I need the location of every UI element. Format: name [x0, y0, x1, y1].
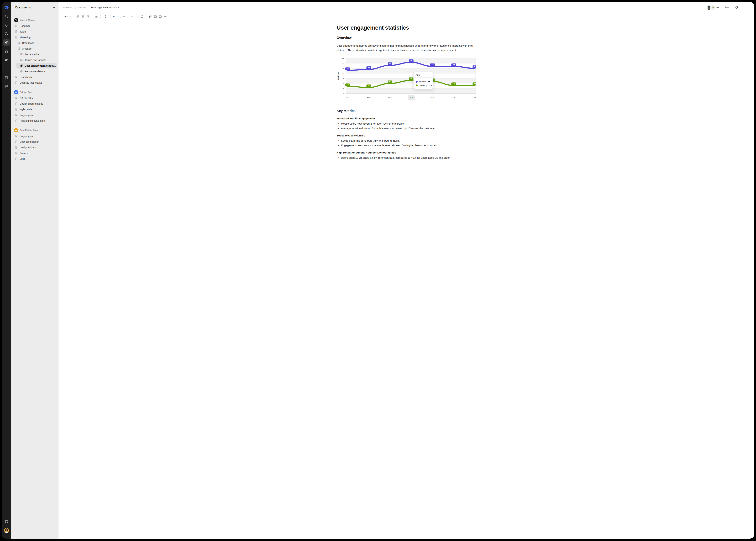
text-style-dropdown[interactable]: Text — [63, 15, 72, 18]
sidebar-item-label: Recommendations — [25, 70, 45, 73]
strikethrough-button[interactable]: S — [123, 15, 126, 18]
align-center-button[interactable] — [81, 15, 85, 19]
toolbar-separator — [110, 15, 111, 18]
document-icon — [18, 47, 20, 50]
rail-contacts[interactable] — [3, 57, 10, 63]
document-icon — [15, 119, 18, 122]
sidebar-item-recommendations[interactable]: Recommendations — [11, 69, 59, 74]
sidebar-item-project-plan[interactable]: Project plan — [11, 133, 59, 139]
sidebar-item-team[interactable]: Team — [11, 29, 59, 34]
sidebar-item-label: Project plan — [20, 135, 33, 138]
sidebar-item-design-specifications[interactable]: Design specifications — [11, 101, 59, 107]
breadcrumb-item-analitics[interactable]: Analitics — [78, 6, 86, 9]
toolbar-separator — [92, 15, 92, 18]
code-block-button[interactable] — [140, 15, 144, 19]
sidebar-item-label: Launch plan — [20, 76, 33, 79]
sidebar-item-trends-and-insights[interactable]: Trends and insights — [11, 57, 59, 63]
rail-documents-active[interactable] — [3, 39, 10, 46]
sidebar-item-label: Brandbook — [22, 42, 34, 44]
image-icon — [159, 15, 162, 18]
quote-button[interactable] — [129, 15, 134, 19]
link-button[interactable] — [148, 15, 153, 19]
sidebar-section-math-magic[interactable]: Math & Magic — [11, 17, 59, 23]
sidebar-item-label: Project plan — [20, 114, 33, 117]
icon-rail — [2, 2, 11, 193]
document-icon — [20, 53, 23, 56]
divider-button[interactable] — [163, 15, 168, 19]
toolbar-group — [129, 15, 144, 19]
document-filled-icon — [20, 64, 23, 67]
sidebar-item-user-specification[interactable]: User specification — [11, 139, 59, 145]
sidebar-item-social-media[interactable]: Social media — [11, 51, 59, 57]
check-list-button[interactable] — [104, 15, 109, 19]
italic-icon: I — [117, 15, 118, 18]
sidebar-item-launch-plan[interactable]: Launch plan — [11, 74, 59, 80]
code-button[interactable] — [134, 15, 139, 19]
breadcrumb-item-user-engagement-statistics[interactable]: User engagement statistics — [91, 6, 119, 9]
text-style-label: Text — [64, 15, 68, 18]
bullet-list-button[interactable] — [94, 15, 99, 19]
align-left-button[interactable] — [76, 15, 80, 19]
contacts-icon — [4, 58, 9, 62]
sidebar-item-usability-test-results[interactable]: Usability test results — [11, 80, 59, 86]
rail-notifications[interactable] — [3, 22, 10, 28]
section-label: Bridge App — [20, 91, 32, 93]
sidebar-item-label: Marketing — [20, 36, 31, 39]
sidebar-item-skills[interactable]: Skills — [11, 156, 59, 162]
sidebar-section-bridge-app[interactable]: Bridge App — [11, 89, 59, 95]
align-right-button[interactable] — [86, 15, 90, 19]
document-icon — [20, 70, 23, 73]
image-button[interactable] — [158, 15, 163, 19]
sidebar-section-real-estate-agent[interactable]: Real Estate Agent — [11, 127, 59, 133]
rail-boards[interactable] — [3, 66, 10, 72]
sidebar-item-roadmap[interactable]: Roadmap — [11, 23, 59, 29]
bold-button[interactable]: B — [112, 15, 116, 18]
numbered-list-button[interactable]: 1.2. — [99, 15, 104, 19]
breadcrumb: Marketing|Analitics|User engagement stat… — [63, 6, 119, 9]
sidebar-item-style-guide[interactable]: Style guide — [11, 107, 59, 112]
section-label: Real Estate Agent — [20, 129, 39, 132]
toolbar-separator — [146, 15, 146, 18]
document-canvas[interactable]: User engagement statistics Overview User… — [59, 20, 268, 193]
rail-chat[interactable] — [3, 30, 10, 37]
table-button[interactable] — [153, 15, 158, 19]
sidebar-item-marketing[interactable]: Marketing — [11, 34, 59, 40]
rail-apps-grid[interactable] — [3, 48, 10, 55]
check-list-icon — [105, 15, 108, 18]
document-icon — [15, 36, 18, 39]
sidebar-item-brandbook[interactable]: Brandbook — [11, 40, 59, 46]
align-left-icon — [77, 15, 80, 18]
sidebar-item-user-engagement-statisti[interactable]: User engagement statisti... — [16, 63, 57, 69]
document-icon — [15, 76, 18, 79]
app-logo-icon — [4, 5, 9, 10]
sidebar-item-label: Style guide — [20, 108, 32, 111]
rail-search[interactable] — [3, 13, 10, 19]
document-tree: Math & MagicRoadmapTeamMarketingBrandboo… — [11, 17, 59, 162]
sidebar-item-design-system[interactable]: Design system — [11, 145, 59, 150]
math-magic-icon — [14, 18, 18, 22]
bridge-app-icon — [14, 90, 18, 94]
database-icon — [4, 76, 8, 80]
add-document-button[interactable]: + — [53, 6, 55, 9]
numbered-list-icon: 1.2. — [100, 15, 103, 18]
svg-text:2.: 2. — [100, 17, 101, 18]
rail-team[interactable] — [3, 83, 10, 90]
rail-database[interactable] — [3, 74, 10, 81]
divider-icon — [164, 15, 167, 18]
bullet-list-icon — [95, 15, 98, 18]
search-icon — [4, 14, 8, 18]
italic-button[interactable]: I — [116, 15, 119, 18]
underline-button[interactable]: U — [119, 15, 122, 18]
sidebar-item-post-launch-evaluation[interactable]: Post-launch evaluation — [11, 118, 59, 124]
document-icon — [15, 97, 18, 100]
sidebar-item-qa-checklist[interactable]: QA checklist — [11, 95, 59, 101]
sidebar-item-analitics[interactable]: Analitics — [11, 46, 59, 51]
sidebar-item-promts[interactable]: Promts — [11, 150, 59, 156]
rail-app-logo[interactable] — [3, 4, 10, 11]
document-icon — [20, 59, 23, 61]
breadcrumb-separator: | — [75, 6, 76, 9]
sidebar-item-label: Analitics — [22, 47, 32, 50]
sidebar-item-project-plan[interactable]: Project plan — [11, 112, 59, 118]
breadcrumb-item-marketing[interactable]: Marketing — [63, 6, 73, 9]
team-icon — [4, 84, 9, 89]
